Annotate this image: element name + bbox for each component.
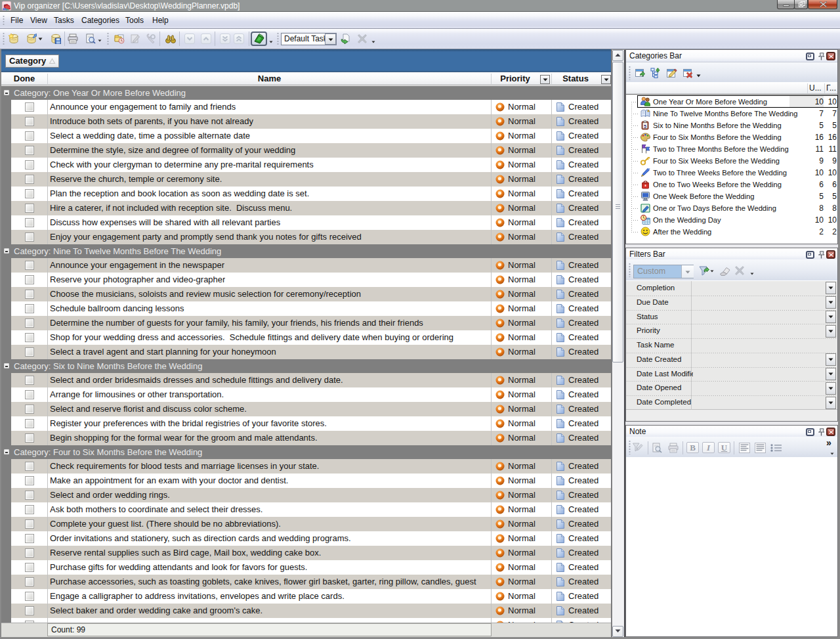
svg-text:5: 5 <box>644 124 646 129</box>
